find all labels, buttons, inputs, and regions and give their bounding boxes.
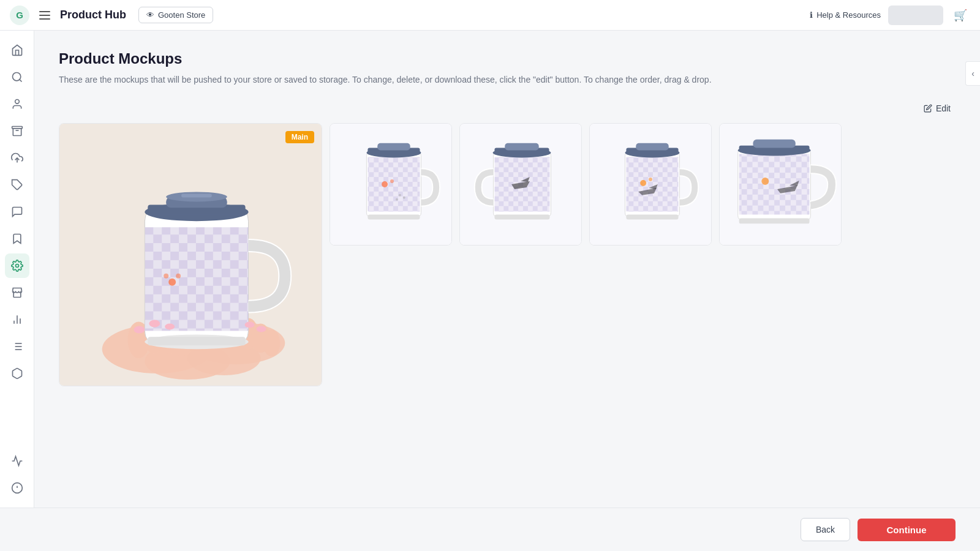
- svg-rect-102: [739, 154, 810, 215]
- mockup-thumb-3-image: [590, 124, 711, 245]
- sidebar: [0, 31, 34, 508]
- help-resources-link[interactable]: ℹ Help & Resources: [810, 10, 881, 20]
- sidebar-item-orders[interactable]: [5, 119, 29, 143]
- svg-point-50: [245, 321, 255, 328]
- svg-point-107: [761, 178, 769, 185]
- svg-rect-41: [181, 193, 212, 197]
- page-title-nav: Product Hub: [60, 9, 126, 21]
- svg-rect-3: [12, 127, 22, 129]
- svg-point-2: [15, 100, 19, 104]
- hamburger-menu[interactable]: [37, 9, 53, 22]
- app-logo: G: [10, 6, 29, 25]
- svg-point-43: [164, 274, 168, 279]
- svg-point-68: [396, 198, 398, 201]
- svg-point-44: [176, 274, 181, 279]
- edit-icon: [924, 104, 932, 113]
- svg-point-67: [403, 197, 405, 199]
- sidebar-item-tags[interactable]: [5, 173, 29, 197]
- mockup-thumb-1[interactable]: [330, 123, 452, 246]
- bottom-action-bar: Back Continue: [0, 508, 980, 551]
- svg-point-49: [165, 323, 175, 329]
- svg-rect-62: [377, 143, 410, 151]
- svg-point-7: [15, 264, 18, 268]
- svg-rect-105: [753, 140, 795, 148]
- main-mockup-image: [59, 124, 322, 386]
- gooten-store-button[interactable]: 👁 Gooten Store: [138, 7, 213, 23]
- help-icon: ℹ: [810, 10, 813, 20]
- sidebar-item-account-settings[interactable]: [5, 476, 29, 500]
- main-layout: ‹ Product Mockups These are the mockups …: [0, 31, 980, 508]
- svg-point-47: [134, 326, 145, 333]
- svg-point-42: [168, 279, 176, 286]
- page-heading: Product Mockups: [59, 50, 956, 67]
- continue-button[interactable]: Continue: [858, 519, 956, 541]
- svg-rect-106: [739, 218, 810, 223]
- sidebar-item-settings[interactable]: [5, 253, 29, 278]
- eye-icon: 👁: [146, 10, 154, 20]
- sidebar-item-messages[interactable]: [5, 200, 29, 224]
- top-navigation: G Product Hub 👁 Gooten Store ℹ Help & Re…: [0, 0, 980, 31]
- svg-point-94: [649, 178, 652, 181]
- mockup-thumb-3[interactable]: [589, 123, 712, 246]
- sidebar-item-chart-detail[interactable]: [5, 449, 29, 473]
- sidebar-item-catalog[interactable]: [5, 65, 29, 89]
- svg-point-64: [382, 181, 388, 187]
- sidebar-item-list[interactable]: [5, 334, 29, 359]
- svg-point-51: [256, 326, 266, 332]
- svg-rect-88: [626, 157, 678, 211]
- svg-rect-36: [145, 227, 248, 331]
- page-description: These are the mockups that will be pushe…: [59, 73, 956, 86]
- svg-rect-80: [494, 215, 549, 220]
- svg-line-1: [19, 80, 21, 82]
- mockups-grid: Main: [59, 123, 956, 386]
- svg-point-31: [263, 329, 280, 356]
- main-badge: Main: [285, 131, 314, 143]
- sidebar-item-uploads[interactable]: [5, 146, 29, 170]
- user-account-button[interactable]: [888, 6, 943, 25]
- mockup-thumb-2[interactable]: [459, 123, 582, 246]
- back-button[interactable]: Back: [801, 518, 850, 541]
- svg-point-0: [12, 73, 20, 81]
- main-mockup-card[interactable]: Main: [59, 123, 322, 386]
- mockup-thumb-4-image: [720, 124, 841, 245]
- mockup-thumb-1-image: [330, 124, 451, 245]
- sidebar-item-store[interactable]: [5, 280, 29, 305]
- svg-point-48: [149, 320, 160, 328]
- mockup-thumb-4[interactable]: [719, 123, 842, 246]
- collapse-panel-button[interactable]: ‹: [965, 61, 980, 86]
- sidebar-item-analytics[interactable]: [5, 307, 29, 332]
- svg-rect-79: [505, 143, 538, 151]
- svg-rect-92: [626, 215, 678, 220]
- svg-rect-63: [368, 215, 420, 220]
- svg-rect-59: [368, 157, 420, 211]
- svg-rect-46: [148, 337, 245, 345]
- main-content-area: ‹ Product Mockups These are the mockups …: [34, 31, 980, 508]
- cart-icon[interactable]: 🛒: [951, 6, 970, 25]
- edit-button[interactable]: Edit: [919, 101, 956, 116]
- svg-point-93: [640, 180, 646, 186]
- svg-point-65: [390, 179, 394, 183]
- edit-row: Edit: [59, 101, 956, 116]
- sidebar-item-profile[interactable]: [5, 92, 29, 116]
- sidebar-item-home[interactable]: [5, 38, 29, 62]
- sidebar-item-box[interactable]: [5, 361, 29, 386]
- mockup-thumb-2-image: [460, 124, 581, 245]
- sidebar-item-bookmarks[interactable]: [5, 227, 29, 251]
- svg-point-66: [399, 194, 401, 197]
- svg-rect-91: [636, 143, 668, 151]
